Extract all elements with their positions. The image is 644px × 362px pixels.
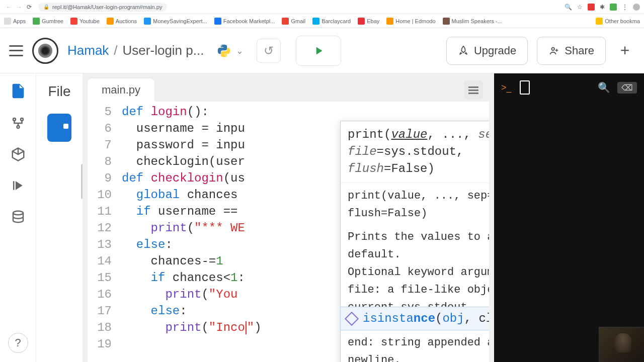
editor-layout-icon[interactable] [464,80,483,100]
code-editor[interactable]: 5678910111213141516171819 def login(): u… [88,102,489,362]
bookmark-apps[interactable]: Apps [4,18,26,25]
svg-point-1 [13,118,16,121]
breadcrumb: Hamak / User-login p... [67,43,204,58]
webcam-overlay [599,327,644,362]
help-button[interactable]: ? [8,333,28,353]
ext-icon[interactable]: ⋮ [622,4,628,11]
database-icon[interactable] [11,209,26,224]
svg-point-2 [21,118,23,121]
bookmarks-bar: Apps Gumtree Youtube Auctions MoneySavin… [0,14,644,28]
bookmark-fb[interactable]: Facebook Marketpl... [214,18,275,25]
bookmark-muslim[interactable]: Muslim Speakers -... [443,18,502,25]
avatar-icon[interactable] [633,4,640,11]
url-text: repl.it/@Hamak/User-login-program#main.p… [52,4,162,10]
app-header: Hamak / User-login p... ⌄ ↺ Upgrade Shar… [0,28,644,73]
signature-primary: print(value, ..., sep=' ', end='\n', fil… [341,121,489,183]
browser-address-bar: ← → ⟳ 🔒 repl.it/@Hamak/User-login-progra… [0,0,644,14]
play-icon [312,44,325,57]
url-box[interactable]: 🔒 repl.it/@Hamak/User-login-program#main… [38,3,167,12]
share-button[interactable]: Share [537,37,606,65]
bookmark-barclay[interactable]: Barclaycard [312,18,351,25]
bookmark-gmail[interactable]: Gmail [282,18,305,25]
lock-icon: 🔒 [43,4,49,10]
symbol-class-icon [345,311,359,325]
rocket-icon [458,45,469,56]
chevron-down-icon: ⌄ [236,45,244,56]
left-rail: ? [0,73,36,362]
console-toolbar: >_ 🔍 ⌫ [494,73,644,102]
browser-extension-icons: 🔍 ☆ ✱ ⋮ [565,4,640,11]
version-control-icon[interactable] [11,116,26,131]
code-content[interactable]: def login(): username = inpu password = … [118,102,262,362]
autocomplete-text: isinstance(obj, class_or_tuple) [363,310,489,327]
new-repl-button[interactable]: + [615,41,635,60]
bookmark-auctions[interactable]: Auctions [107,18,137,25]
files-panel-label: File [48,83,70,100]
svg-point-0 [552,47,555,50]
ext-icon[interactable] [610,4,617,11]
console-prompt-icon[interactable]: >_ [501,82,512,93]
svg-point-5 [13,211,23,215]
bookmark-youtube[interactable]: Youtube [70,18,100,25]
signature-docs: print(value, ..., sep=' ', end='\n', fil… [341,183,489,362]
person-plus-icon [548,45,559,56]
console-search-icon[interactable]: 🔍 [598,81,610,94]
language-selector[interactable]: ⌄ [217,44,244,58]
hamburger-icon[interactable] [9,45,23,56]
reload-icon[interactable]: ⟳ [24,4,34,11]
forward-arrow-icon: → [14,4,24,11]
svg-rect-4 [13,181,15,190]
replit-logo-icon[interactable] [32,38,58,64]
line-gutter: 5678910111213141516171819 [88,102,118,362]
ext-icon[interactable]: ✱ [600,4,605,11]
bookmark-gumtree[interactable]: Gumtree [33,18,63,25]
console-clear-icon[interactable]: ⌫ [617,82,637,94]
zoom-icon[interactable]: 🔍 [565,4,572,11]
autocomplete-item[interactable]: isinstance(obj, class_or_tuple) i [340,307,489,330]
star-icon[interactable]: ☆ [577,4,583,11]
bookmark-mse[interactable]: MoneySavingExpert... [144,18,207,25]
files-icon[interactable] [10,82,27,100]
svg-point-3 [17,126,19,128]
bookmark-ebay[interactable]: Ebay [358,18,379,25]
tab-main-py[interactable]: main.py [88,78,154,102]
breadcrumb-sep: / [114,43,117,58]
editor-tabs: main.py [88,78,489,102]
history-button[interactable]: ↺ [257,39,281,63]
file-main-py[interactable] [47,114,71,142]
breadcrumb-project[interactable]: User-login p... [123,43,204,58]
breadcrumb-user[interactable]: Hamak [67,43,109,58]
bookmark-edmodo[interactable]: Home | Edmodo [386,18,435,25]
ext-icon[interactable] [588,4,595,11]
other-bookmarks[interactable]: Other bookma [596,18,640,25]
console-view-icon[interactable] [520,80,530,95]
packages-icon[interactable] [11,147,26,162]
back-arrow-icon[interactable]: ← [4,4,14,11]
editor-panel: main.py 5678910111213141516171819 def lo… [83,73,494,362]
console-panel: >_ 🔍 ⌫ [494,73,644,362]
debugger-icon[interactable] [11,178,26,193]
python-icon [217,44,231,58]
run-button[interactable] [296,36,341,66]
files-panel: File [36,73,83,362]
upgrade-button[interactable]: Upgrade [446,37,528,65]
main-area: ? File main.py 5678910111213141516171819… [0,73,644,362]
